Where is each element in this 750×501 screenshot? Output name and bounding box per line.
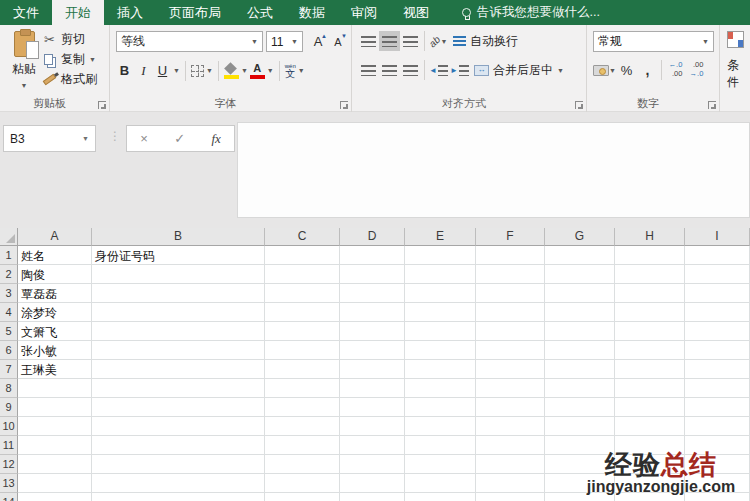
cell-I1[interactable] [685,246,750,265]
tab-home[interactable]: 开始 [52,0,104,25]
cell-B13[interactable] [92,474,265,493]
select-all-button[interactable] [0,228,18,246]
cell-I5[interactable] [685,322,750,341]
cell-F10[interactable] [476,417,545,436]
cell-D8[interactable] [340,379,405,398]
conditional-formatting-label[interactable]: 条件 [727,57,750,91]
cell-G5[interactable] [545,322,615,341]
cell-D7[interactable] [340,360,405,379]
cell-E4[interactable] [405,303,476,322]
cell-F3[interactable] [476,284,545,303]
chevron-down-icon[interactable]: ▼ [173,67,180,74]
cell-H6[interactable] [615,341,685,360]
cell-A6[interactable]: 张小敏 [18,341,92,360]
chevron-down-icon[interactable]: ▼ [298,67,305,74]
align-left-button[interactable] [358,60,379,80]
cell-D9[interactable] [340,398,405,417]
italic-button[interactable]: I [135,60,152,81]
align-right-button[interactable] [400,60,421,80]
cell-F8[interactable] [476,379,545,398]
font-size-select[interactable]: 11 ▼ [266,31,303,52]
copy-button[interactable]: 复制 ▼ [42,49,108,69]
decrease-decimal-button[interactable]: .00→.0 [686,60,707,80]
row-header-2[interactable]: 2 [0,265,18,284]
cell-I3[interactable] [685,284,750,303]
cell-H2[interactable] [615,265,685,284]
cell-I8[interactable] [685,379,750,398]
cell-F7[interactable] [476,360,545,379]
cell-C6[interactable] [265,341,340,360]
align-bottom-button[interactable] [400,31,421,51]
align-center-button[interactable] [379,60,400,80]
tab-formulas[interactable]: 公式 [234,0,286,25]
decrease-indent-button[interactable]: ◄ [428,60,449,80]
row-header-13[interactable]: 13 [0,474,18,493]
cell-C9[interactable] [265,398,340,417]
cell-A13[interactable] [18,474,92,493]
cell-E14[interactable] [405,493,476,501]
row-header-4[interactable]: 4 [0,303,18,322]
cell-F2[interactable] [476,265,545,284]
cell-I10[interactable] [685,417,750,436]
conditional-formatting-icon[interactable] [727,31,744,48]
row-header-5[interactable]: 5 [0,322,18,341]
cell-E11[interactable] [405,436,476,455]
tab-review[interactable]: 审阅 [338,0,390,25]
increase-indent-button[interactable]: ► [449,60,470,80]
dialog-launcher-icon[interactable] [98,101,106,109]
cell-G6[interactable] [545,341,615,360]
cell-B1[interactable]: 身份证号码 [92,246,265,265]
cell-E13[interactable] [405,474,476,493]
cell-A10[interactable] [18,417,92,436]
cell-D5[interactable] [340,322,405,341]
cell-D11[interactable] [340,436,405,455]
cell-B12[interactable] [92,455,265,474]
cell-B4[interactable] [92,303,265,322]
fill-color-icon[interactable] [224,63,239,79]
cell-C7[interactable] [265,360,340,379]
row-header-11[interactable]: 11 [0,436,18,455]
cell-A2[interactable]: 陶俊 [18,265,92,284]
column-header-E[interactable]: E [405,228,476,246]
font-name-select[interactable]: 等线 ▼ [116,31,263,52]
cell-C14[interactable] [265,493,340,501]
cell-D1[interactable] [340,246,405,265]
tell-me-box[interactable]: 告诉我您想要做什么... [462,0,600,25]
row-header-7[interactable]: 7 [0,360,18,379]
cell-D10[interactable] [340,417,405,436]
cell-C13[interactable] [265,474,340,493]
comma-style-button[interactable]: , [637,60,658,80]
cell-D6[interactable] [340,341,405,360]
cell-H8[interactable] [615,379,685,398]
row-header-14[interactable]: 14 [0,493,18,501]
align-top-button[interactable] [358,31,379,51]
phonetic-guide-icon[interactable]: wén 文 [285,63,296,79]
tab-view[interactable]: 视图 [390,0,442,25]
cell-H3[interactable] [615,284,685,303]
cell-G4[interactable] [545,303,615,322]
row-header-6[interactable]: 6 [0,341,18,360]
cell-E6[interactable] [405,341,476,360]
cell-A3[interactable]: 覃磊磊 [18,284,92,303]
cell-H5[interactable] [615,322,685,341]
cell-C12[interactable] [265,455,340,474]
cell-G7[interactable] [545,360,615,379]
column-header-D[interactable]: D [340,228,405,246]
column-header-A[interactable]: A [18,228,92,246]
cell-G1[interactable] [545,246,615,265]
column-header-I[interactable]: I [685,228,750,246]
column-header-F[interactable]: F [476,228,545,246]
cell-F5[interactable] [476,322,545,341]
chevron-down-icon[interactable]: ▼ [241,67,248,74]
cell-E3[interactable] [405,284,476,303]
cell-F12[interactable] [476,455,545,474]
cell-E2[interactable] [405,265,476,284]
cell-E9[interactable] [405,398,476,417]
cell-C2[interactable] [265,265,340,284]
cell-D3[interactable] [340,284,405,303]
enter-check-icon[interactable]: ✓ [174,131,185,146]
chevron-down-icon[interactable]: ▼ [206,67,213,74]
cell-E8[interactable] [405,379,476,398]
percent-style-button[interactable]: % [616,60,637,80]
decrease-font-size-button[interactable]: A▼ [328,32,348,52]
